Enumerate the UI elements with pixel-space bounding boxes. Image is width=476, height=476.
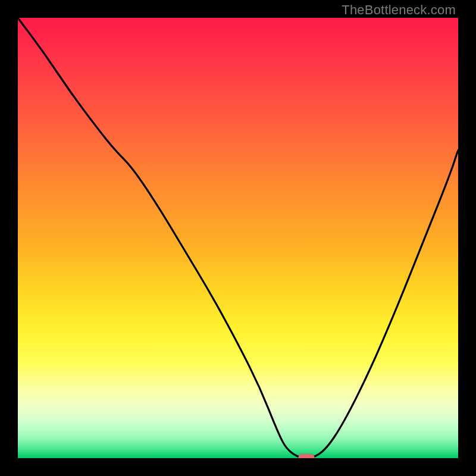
watermark-text: TheBottleneck.com [342, 2, 456, 18]
plot-area [18, 18, 458, 458]
heat-gradient-background [18, 18, 458, 458]
chart-frame: TheBottleneck.com [0, 0, 476, 476]
optimal-point-marker [298, 454, 315, 458]
